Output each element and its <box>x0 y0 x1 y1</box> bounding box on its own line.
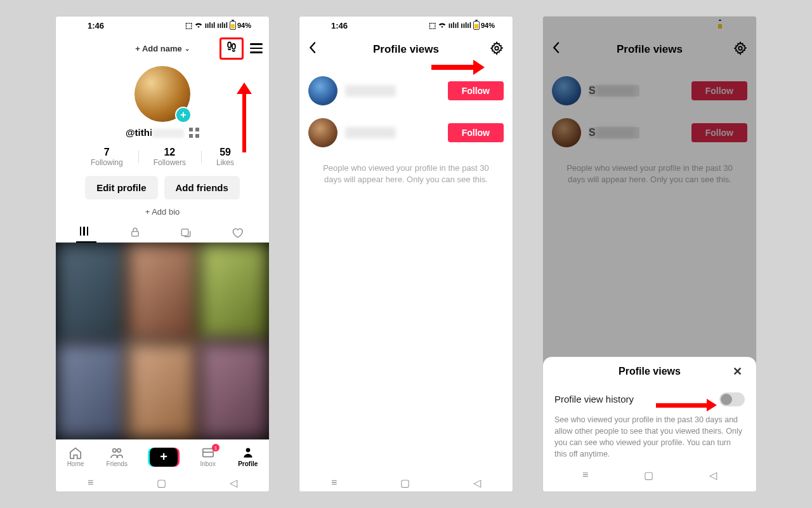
battery-indicator: 94% <box>473 21 495 30</box>
svg-point-0 <box>228 42 231 47</box>
add-friends-button[interactable]: Add friends <box>164 176 240 199</box>
status-time: 1:46 <box>88 21 104 30</box>
recent-apps-icon[interactable]: ≡ <box>582 469 588 481</box>
status-icons: ⬚ ıılıl ıılıl 94% <box>429 21 495 30</box>
close-icon[interactable]: ✕ <box>733 364 742 378</box>
tab-posts[interactable] <box>79 227 94 238</box>
nav-create[interactable]: + <box>150 448 178 467</box>
video-thumbnail[interactable] <box>127 342 197 439</box>
bottom-nav: Home Friends + 1 Inbox Profile <box>56 439 269 474</box>
wifi-icon <box>438 21 447 30</box>
profile-header: + Add name ⌄ <box>56 34 269 62</box>
svg-point-4 <box>113 449 116 452</box>
home-icon[interactable]: ▢ <box>400 477 410 489</box>
svg-point-7 <box>246 448 250 453</box>
status-bar: 1:46 ⬚ ıılıl ıılıl 94% <box>56 17 269 34</box>
wifi-icon <box>194 21 203 30</box>
recent-apps-icon[interactable]: ≡ <box>88 477 93 488</box>
status-bar: 1:46 ⬚ ıılıl ıılıl 94% <box>299 17 513 34</box>
nav-home-label: Home <box>67 460 84 467</box>
video-thumbnail[interactable] <box>199 243 269 340</box>
recent-apps-icon[interactable]: ≡ <box>331 477 337 488</box>
vibrate-icon: ⬚ <box>185 21 192 30</box>
followers-count: 12 <box>154 147 186 158</box>
android-nav-bar: ≡ ▢ ◁ <box>554 466 745 484</box>
android-nav-bar: ≡ ▢ ◁ <box>56 474 269 491</box>
stats-row: 7 Following 12 Followers 59 Likes <box>56 147 269 167</box>
likes-count: 59 <box>216 147 234 158</box>
following-count: 7 <box>91 147 123 158</box>
nav-profile-label: Profile <box>238 460 258 467</box>
back-icon[interactable]: ◁ <box>230 477 237 489</box>
nav-home[interactable]: Home <box>67 446 84 467</box>
back-icon[interactable]: ◁ <box>473 477 481 489</box>
settings-bottom-sheet: Profile views ✕ Profile view history See… <box>543 357 756 492</box>
phone-screen-1-profile: 1:46 ⬚ ıılıl ıılıl 94% + Add name ⌄ <box>55 16 270 492</box>
username: @tithi <box>126 127 184 138</box>
add-avatar-icon[interactable]: + <box>175 107 192 123</box>
avatar-section: + @tithi <box>56 66 269 138</box>
home-icon[interactable]: ▢ <box>644 469 653 481</box>
viewer-name-redacted <box>345 127 396 138</box>
phone-screen-3-settings-sheet: 1:52 ⬚ ıılıl ıılıl 94% Profile views <box>542 16 757 492</box>
profile-views-title: Profile views <box>373 43 439 56</box>
username-redacted <box>152 129 184 138</box>
content-tabs <box>56 227 269 243</box>
tab-reposts[interactable] <box>180 227 195 238</box>
nav-friends[interactable]: Friends <box>107 446 128 467</box>
video-thumbnail[interactable] <box>199 342 269 439</box>
viewer-avatar <box>308 118 337 147</box>
edit-profile-button[interactable]: Edit profile <box>85 176 157 199</box>
signal-icon: ıılıl <box>449 21 459 30</box>
svg-point-1 <box>232 44 235 49</box>
grid-icon <box>79 227 89 238</box>
settings-icon[interactable] <box>490 41 504 58</box>
avatar[interactable]: + <box>134 66 190 122</box>
annotation-arrow-right <box>431 60 485 75</box>
vibrate-icon: ⬚ <box>429 21 436 30</box>
video-thumbnail[interactable] <box>56 342 126 439</box>
video-thumbnail[interactable] <box>127 243 197 340</box>
viewer-row[interactable]: Follow <box>308 112 504 154</box>
profile-view-history-toggle[interactable] <box>719 392 745 406</box>
inbox-badge: 1 <box>212 444 219 451</box>
add-bio-button[interactable]: + Add bio <box>56 207 269 217</box>
viewer-avatar <box>308 76 337 105</box>
video-thumbnail[interactable] <box>56 243 126 340</box>
stat-followers[interactable]: 12 Followers <box>138 147 201 167</box>
tab-liked[interactable] <box>231 227 246 238</box>
home-icon[interactable]: ▢ <box>157 477 166 489</box>
back-icon[interactable]: ◁ <box>709 469 717 481</box>
annotation-arrow-up <box>240 83 249 152</box>
svg-rect-3 <box>181 229 188 236</box>
viewer-name-redacted <box>345 85 396 97</box>
status-icons: ⬚ ıılıl ıılıl 94% <box>185 21 251 30</box>
sheet-title: Profile views <box>619 366 681 377</box>
add-name-button[interactable]: + Add name ⌄ <box>135 44 190 53</box>
username-row: @tithi <box>126 127 199 138</box>
profile-actions: Edit profile Add friends <box>56 176 269 199</box>
toggle-label: Profile view history <box>554 394 634 404</box>
back-icon[interactable] <box>308 41 317 58</box>
viewer-list: Follow Follow <box>299 65 513 154</box>
nav-inbox-label: Inbox <box>200 460 215 467</box>
follow-button[interactable]: Follow <box>448 81 504 100</box>
nav-profile[interactable]: Profile <box>238 446 258 467</box>
viewer-row[interactable]: Follow <box>308 70 504 112</box>
annotation-arrow-right <box>656 399 717 411</box>
nav-inbox[interactable]: 1 Inbox <box>200 446 215 467</box>
battery-indicator: 94% <box>230 21 251 30</box>
followers-label: Followers <box>154 158 186 167</box>
phone-screen-2-profile-views: 1:46 ⬚ ıılıl ıılıl 94% Profile views Fol… <box>299 16 513 492</box>
profile-views-icon[interactable] <box>219 37 244 60</box>
signal-icon: ıılıl <box>205 21 216 30</box>
menu-icon[interactable] <box>250 41 263 55</box>
tab-private[interactable] <box>129 227 145 238</box>
follow-button[interactable]: Follow <box>448 123 504 142</box>
likes-label: Likes <box>216 158 234 167</box>
battery-icon <box>230 21 236 30</box>
following-label: Following <box>91 158 123 167</box>
add-name-label: + Add name <box>135 44 182 53</box>
qr-icon[interactable] <box>189 128 199 138</box>
stat-following[interactable]: 7 Following <box>75 147 138 167</box>
